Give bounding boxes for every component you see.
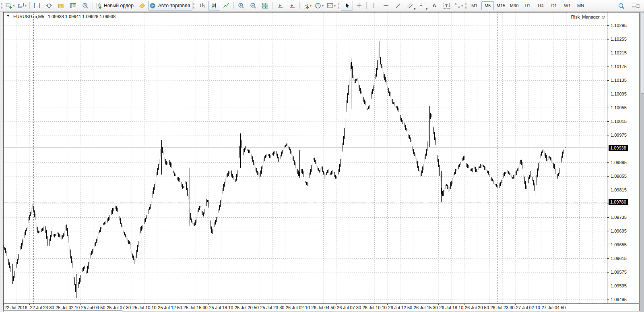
bar-chart-button[interactable]	[196, 1, 208, 10]
time-tick-mark	[55, 304, 55, 305]
toolbar-drag-handle[interactable]	[465, 2, 466, 10]
strategy-tester-button[interactable]	[79, 1, 91, 10]
zoom-out-button[interactable]	[247, 1, 259, 10]
auto-scroll-button[interactable]	[274, 1, 286, 10]
horizontal-line-button[interactable]	[380, 1, 392, 10]
search-button[interactable]	[615, 1, 627, 11]
profiles-button[interactable]: ▾	[16, 1, 28, 10]
terminal-icon	[70, 2, 76, 9]
candlestick-chart-button[interactable]	[208, 1, 220, 10]
time-tick-mark	[260, 304, 260, 305]
dropdown-caret[interactable]: ▾	[13, 4, 15, 7]
time-tick-mark	[311, 304, 311, 305]
time-tick-mark	[285, 304, 285, 305]
chart-collapse-icon[interactable]: ▼	[6, 14, 10, 19]
dropdown-caret[interactable]: ▾	[322, 4, 324, 7]
time-axis-label: 25 Jul 10:10	[132, 305, 157, 310]
vertical-scrollbar[interactable]	[639, 12, 644, 312]
toolbar-drag-handle[interactable]	[1, 2, 2, 10]
timeframe-H4[interactable]: H4	[535, 1, 547, 10]
time-tick-mark	[464, 304, 464, 305]
timeframe-W1[interactable]: W1	[561, 1, 574, 10]
price-axis-label: 1.10095	[611, 92, 627, 96]
time-axis-label: 26 Jul 15:30	[414, 305, 438, 310]
text-label-button[interactable]: T	[440, 1, 452, 10]
dropdown-caret[interactable]: ▾	[310, 4, 312, 7]
time-tick-mark	[4, 304, 4, 305]
price-axis-label: 1.10215	[611, 50, 627, 55]
toolbar-drag-handle[interactable]	[338, 2, 339, 10]
vertical-scrollbar-thumb[interactable]	[641, 12, 644, 94]
horizontal-line-icon	[383, 2, 389, 9]
price-axis-label: 1.09495	[611, 297, 627, 302]
cursor-icon	[344, 2, 350, 9]
profiles-icon	[18, 2, 24, 9]
text-label-icon: T	[444, 3, 450, 9]
navigator-button[interactable]	[55, 1, 67, 10]
timeframe-M30[interactable]: M30	[508, 1, 520, 10]
price-axis-label: 1.10055	[611, 105, 627, 110]
text-button[interactable]: A	[428, 1, 440, 10]
tile-windows-button[interactable]	[259, 1, 271, 10]
terminal-button[interactable]	[67, 1, 79, 10]
timeframe-M1[interactable]: M1	[468, 1, 481, 10]
cursor-button[interactable]	[341, 1, 353, 10]
time-tick-mark	[336, 304, 336, 305]
vertical-line-button[interactable]	[368, 1, 380, 10]
toolbar-drag-handle[interactable]	[193, 2, 194, 10]
crosshair-icon	[356, 2, 362, 9]
timeframe-M5[interactable]: M5	[481, 1, 494, 10]
crosshair-button[interactable]	[353, 1, 365, 10]
time-tick-mark	[157, 304, 157, 305]
line-chart-button[interactable]	[220, 1, 232, 10]
arrows-button[interactable]: ▾	[452, 1, 464, 10]
zoom-in-button[interactable]	[235, 1, 247, 10]
chat-button[interactable]	[630, 1, 642, 11]
new-order-label[interactable]: Новый ордер	[103, 3, 135, 8]
chart-symbol-label: EURUSD.m,M5	[13, 14, 44, 19]
fibonacci-button[interactable]: F	[416, 1, 428, 10]
price-axis-label: 1.10175	[611, 64, 627, 69]
chart-shift-button[interactable]	[286, 1, 298, 10]
price-axis-label: 1.10295	[611, 23, 627, 28]
tile-windows-icon	[262, 2, 268, 9]
timeframe-M15[interactable]: M15	[495, 1, 507, 10]
timeframe-D1[interactable]: D1	[548, 1, 560, 10]
trendline-button[interactable]	[392, 1, 404, 10]
market-watch-button[interactable]	[31, 1, 43, 10]
timeframe-H1[interactable]: H1	[521, 1, 534, 10]
time-tick-mark	[106, 304, 106, 305]
templates-button[interactable]: ▾	[325, 1, 337, 10]
new-chart-button[interactable]: ▾	[4, 1, 16, 10]
indicators-button[interactable]: ▾	[301, 1, 313, 10]
price-tick-mark	[607, 258, 609, 259]
metaeditor-button[interactable]	[136, 1, 148, 10]
new-order-button[interactable]: Новый ордер	[94, 1, 136, 10]
toolbar-separator	[29, 2, 30, 9]
price-axis-label: 1.09895	[611, 160, 627, 165]
dropdown-caret[interactable]: ▾	[334, 4, 336, 7]
time-tick-mark	[515, 304, 516, 305]
autotrading-button[interactable]: Авто-торговля	[148, 1, 192, 10]
time-tick-mark	[413, 304, 413, 305]
data-window-button[interactable]	[43, 1, 55, 10]
timeframe-MN[interactable]: MN	[574, 1, 587, 10]
dropdown-caret[interactable]: ▾	[25, 4, 27, 7]
new-order-icon	[95, 2, 102, 9]
periods-button[interactable]: ▾	[313, 1, 325, 10]
autotrading-label[interactable]: Авто-торговля	[157, 3, 191, 8]
fibonacci-icon	[419, 2, 425, 9]
price-axis-label: 1.09975	[611, 133, 627, 137]
channel-letter: E	[414, 8, 416, 10]
time-axis-label: 25 Jul 23:30	[260, 305, 285, 310]
time-axis-label: 26 Jul 07:30	[337, 305, 361, 310]
dropdown-caret[interactable]: ▾	[461, 4, 463, 7]
price-tick-mark	[607, 286, 609, 286]
price-tick-mark	[607, 121, 609, 122]
chart-title: ▼ EURUSD.m,M5 1.09938 1.09941 1.09928 1.…	[6, 14, 116, 19]
price-axis[interactable]: 1.102951.102551.102151.101751.101351.100…	[607, 12, 640, 304]
search-icon	[618, 2, 625, 10]
equidistant-channel-button[interactable]: E	[404, 1, 416, 10]
price-chart-plot[interactable]	[4, 12, 607, 304]
horizontal-scrollbar-thumb[interactable]	[3, 310, 122, 312]
